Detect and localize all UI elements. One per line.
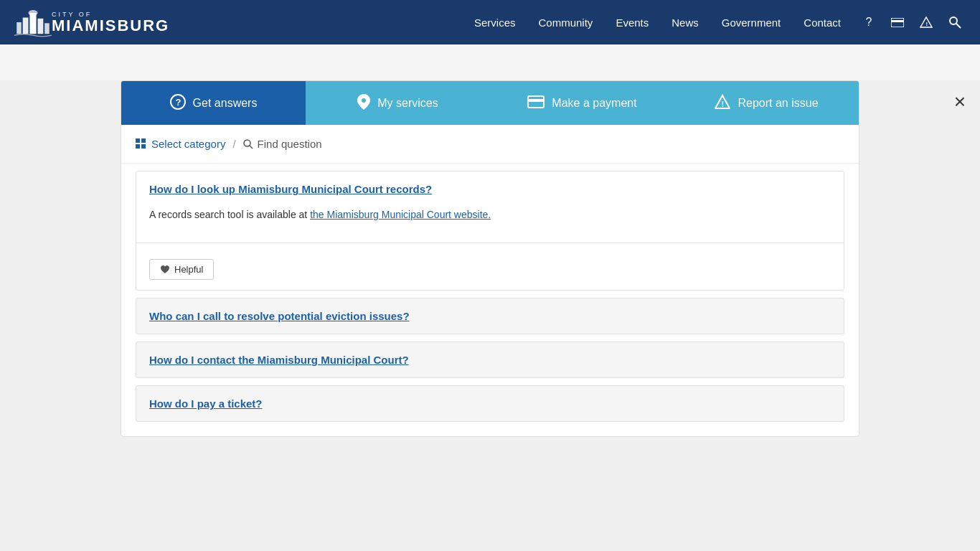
nav-item-news[interactable]: News: [661, 11, 709, 34]
nav-links: Services Community Events News Governmen…: [464, 11, 851, 34]
svg-point-5: [29, 10, 38, 16]
svg-point-23: [244, 140, 250, 146]
nav-item-government[interactable]: Government: [712, 11, 791, 34]
modal-card: ? Get answers My services: [121, 80, 859, 437]
helpful-label: Helpful: [174, 264, 203, 275]
faq-question-4[interactable]: How do I pay a ticket?: [136, 386, 844, 421]
find-question-label: Find question: [258, 138, 322, 150]
warning-tab-icon: !: [715, 94, 730, 112]
tab-report-issue[interactable]: ! Report an issue: [674, 81, 859, 125]
close-button[interactable]: ×: [954, 92, 966, 112]
svg-rect-6: [891, 18, 904, 27]
faq-question-2[interactable]: Who can I call to resolve potential evic…: [136, 298, 844, 334]
svg-rect-21: [136, 144, 140, 149]
grid-icon: [136, 138, 147, 150]
filter-separator: /: [232, 138, 235, 150]
find-question-area: Find question: [243, 138, 322, 150]
court-website-link[interactable]: the Miamisburg Municipal Court website.: [310, 209, 491, 220]
svg-point-14: [362, 98, 366, 103]
helpful-button[interactable]: Helpful: [149, 259, 214, 280]
svg-text:?: ?: [175, 97, 181, 108]
svg-line-24: [250, 146, 253, 149]
svg-rect-1: [23, 18, 29, 34]
svg-rect-22: [141, 144, 146, 149]
nav-item-community[interactable]: Community: [529, 11, 603, 34]
main-nav: CITY OF MIAMISBURG Services Community Ev…: [0, 0, 980, 44]
svg-rect-7: [891, 20, 904, 22]
faq-divider: [136, 242, 844, 243]
logo-name-text: MIAMISBURG: [52, 18, 169, 34]
faq-item-3: How do I contact the Miamisburg Municipa…: [136, 342, 844, 378]
svg-rect-4: [44, 23, 50, 34]
nav-item-contact[interactable]: Contact: [793, 11, 851, 34]
faq-list: How do I look up Miamisburg Municipal Co…: [121, 171, 859, 436]
svg-line-11: [956, 24, 961, 28]
svg-text:!: !: [926, 21, 928, 27]
logo[interactable]: CITY OF MIAMISBURG: [14, 7, 169, 37]
credit-card-icon: [891, 18, 904, 27]
faq-question-1[interactable]: How do I look up Miamisburg Municipal Co…: [136, 171, 844, 207]
alert-nav-button[interactable]: !: [915, 11, 937, 33]
svg-rect-0: [17, 22, 22, 34]
tab-bar: ? Get answers My services: [121, 81, 859, 125]
tab-report-issue-label: Report an issue: [738, 97, 818, 110]
faq-item-2: Who can I call to resolve potential evic…: [136, 298, 844, 334]
location-pin-icon: [357, 94, 370, 112]
warning-nav-icon: !: [920, 16, 933, 29]
faq-question-3[interactable]: How do I contact the Miamisburg Municipa…: [136, 342, 844, 377]
page-background: × ? Get answers: [0, 80, 980, 551]
logo-icon: [14, 7, 52, 37]
tab-make-payment-label: Make a payment: [552, 97, 636, 110]
select-category-link[interactable]: Select category: [136, 138, 225, 150]
tab-get-answers-label: Get answers: [193, 97, 258, 110]
credit-card-tab-icon: [527, 95, 545, 110]
svg-rect-2: [29, 13, 36, 34]
search-nav-button[interactable]: [944, 11, 966, 33]
nav-icon-group: ? !: [858, 11, 966, 33]
svg-text:!: !: [722, 100, 725, 108]
payment-nav-button[interactable]: [887, 11, 908, 33]
svg-point-10: [950, 17, 957, 24]
tab-get-answers[interactable]: ? Get answers: [121, 81, 306, 125]
nav-item-events[interactable]: Events: [606, 11, 659, 34]
svg-rect-3: [38, 19, 44, 34]
select-category-label: Select category: [151, 138, 225, 150]
tab-my-services[interactable]: My services: [306, 81, 490, 125]
svg-rect-20: [141, 138, 146, 143]
faq-item-4: How do I pay a ticket?: [136, 385, 844, 422]
filter-bar: Select category / Find question: [121, 125, 859, 164]
heart-icon: [160, 265, 170, 275]
find-search-icon: [243, 139, 253, 149]
faq-item-1: How do I look up Miamisburg Municipal Co…: [136, 171, 844, 291]
help-nav-button[interactable]: ?: [858, 11, 880, 33]
svg-rect-16: [528, 99, 544, 102]
faq-answer-prefix: A records search tool is available at: [149, 209, 310, 220]
nav-item-services[interactable]: Services: [464, 11, 526, 34]
search-nav-icon: [948, 16, 961, 29]
svg-rect-19: [136, 138, 140, 143]
faq-answer-1: A records search tool is available at th…: [136, 207, 844, 234]
tab-make-payment[interactable]: Make a payment: [490, 81, 674, 125]
tab-my-services-label: My services: [377, 97, 438, 110]
question-mark-icon: ?: [170, 94, 186, 112]
